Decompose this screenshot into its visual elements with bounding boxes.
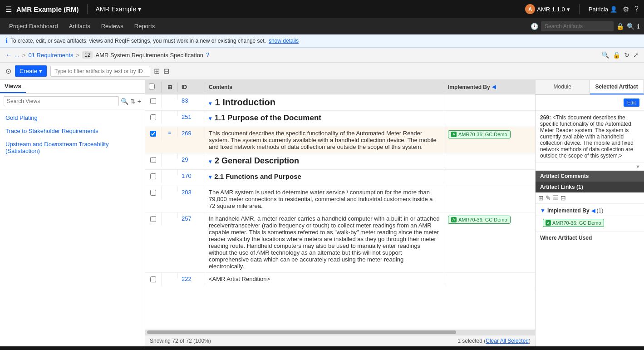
checkbox-257[interactable] bbox=[150, 216, 156, 222]
row-actions-257 bbox=[162, 212, 178, 218]
nav-project-dashboard[interactable]: Project Dashboard bbox=[5, 19, 63, 33]
breadcrumb-help[interactable]: ? bbox=[206, 52, 209, 58]
checkbox-170[interactable] bbox=[150, 173, 156, 179]
create-button[interactable]: Create ▾ bbox=[15, 65, 47, 77]
search-views-input[interactable] bbox=[4, 96, 119, 106]
help-icon[interactable]: ? bbox=[634, 5, 639, 13]
collapse-arrow-251[interactable]: ▾ bbox=[209, 115, 211, 122]
views-tab[interactable]: Views bbox=[0, 80, 26, 93]
horizontal-scrollbar[interactable] bbox=[145, 330, 535, 335]
row-check-257 bbox=[145, 212, 162, 226]
add-view-icon[interactable]: + bbox=[138, 98, 141, 105]
artifact-id-link-170[interactable]: 170 bbox=[182, 173, 192, 179]
sort-views-icon[interactable]: ⇅ bbox=[130, 98, 136, 105]
th-implemented-by[interactable]: Implemented By ◀ bbox=[444, 82, 535, 92]
nav-reports[interactable]: Reports bbox=[130, 19, 160, 33]
app-title: AMR Example (RM) bbox=[16, 5, 79, 13]
checkbox-269[interactable] bbox=[150, 131, 156, 137]
info-bar: ℹ To create, edit, or save artifacts, vi… bbox=[0, 35, 644, 48]
history-icon[interactable]: 🕐 bbox=[531, 23, 538, 30]
checkbox-29[interactable] bbox=[150, 157, 156, 163]
row-content-269: This document describes the specific fun… bbox=[205, 127, 444, 153]
columns-icon[interactable]: ⊞ bbox=[154, 67, 160, 75]
breadcrumb-parent[interactable]: 01 Requirements bbox=[28, 52, 73, 59]
row-id-269: 269 bbox=[178, 127, 205, 139]
nav-reviews[interactable]: Reviews bbox=[97, 19, 128, 33]
module-icon[interactable]: ⊙ bbox=[5, 67, 11, 75]
checkbox-203[interactable] bbox=[150, 190, 156, 196]
link-filter-icon[interactable]: ⊟ bbox=[560, 194, 566, 202]
collapse-arrow-170[interactable]: ▾ bbox=[209, 174, 211, 180]
filter-input[interactable] bbox=[50, 66, 150, 77]
view-item-gold-plating[interactable]: Gold Plating bbox=[0, 111, 145, 124]
edit-button[interactable]: Edit bbox=[624, 99, 639, 107]
artifact-id-link-29[interactable]: 29 bbox=[182, 156, 188, 163]
impl-badge-269[interactable]: A AMR70-36: GC Demo bbox=[448, 130, 511, 138]
filter-settings-icon[interactable]: ⊟ bbox=[163, 67, 169, 75]
selected-count: 1 selected (Clear All Selected) bbox=[457, 338, 531, 344]
artifact-id-link-251[interactable]: 251 bbox=[182, 113, 192, 120]
scrollbar-thumb bbox=[147, 330, 456, 334]
menu-icon[interactable]: ☰ bbox=[5, 5, 12, 14]
row-impl-83 bbox=[444, 94, 535, 100]
artifact-id-link-269[interactable]: 269 bbox=[182, 130, 192, 137]
collapse-arrow-29[interactable]: ▾ bbox=[209, 158, 211, 165]
nav-bar: Project Dashboard Artifacts Reviews Repo… bbox=[0, 18, 644, 35]
search-bc-icon[interactable]: 🔍 bbox=[601, 51, 609, 59]
artifact-id-link-83[interactable]: 83 bbox=[182, 97, 188, 104]
impl-badge-icon-269: A bbox=[451, 132, 457, 137]
row-actions-269: ≡ bbox=[162, 127, 178, 137]
impl-link-badge[interactable]: A AMR70-36: GC Demo bbox=[543, 219, 604, 227]
search-submit-icon[interactable]: 🔍 bbox=[627, 23, 634, 30]
search-views-icon[interactable]: 🔍 bbox=[121, 98, 128, 105]
checkbox-251[interactable] bbox=[150, 114, 156, 120]
show-details-link[interactable]: show details bbox=[269, 38, 299, 44]
search-area: 🕐 🔒 🔍 ℹ bbox=[531, 21, 639, 31]
view-item-trace[interactable]: Trace to Stakeholder Requirements bbox=[0, 124, 145, 138]
link-grid-icon[interactable]: ⊞ bbox=[538, 194, 544, 202]
project-name[interactable]: AMR Example ▾ bbox=[96, 5, 141, 13]
artifact-id-link-257[interactable]: 257 bbox=[182, 215, 192, 222]
impl-badge-257[interactable]: A AMR70-36: GC Demo bbox=[448, 216, 511, 224]
right-panel-tabs: Module Selected Artifact bbox=[536, 80, 644, 95]
tab-module[interactable]: Module bbox=[536, 80, 590, 94]
bottom-bar: IBM. jazz bbox=[0, 346, 644, 350]
info-icon: ℹ bbox=[5, 37, 8, 44]
refresh-bc-icon[interactable]: ↻ bbox=[624, 51, 629, 59]
artifact-id-link-222[interactable]: 222 bbox=[182, 276, 192, 282]
settings-icon[interactable]: ⚙ bbox=[623, 5, 629, 14]
views-list: Gold Plating Trace to Stakeholder Requir… bbox=[0, 109, 145, 159]
actions-header-icon[interactable]: ⊞ bbox=[167, 84, 172, 90]
expand-bc-icon[interactable]: ⤢ bbox=[633, 51, 639, 59]
heading-2-1-functions: ▾ 2.1 Functions and Purpose bbox=[209, 171, 301, 182]
collapse-arrow-83[interactable]: ▾ bbox=[209, 100, 211, 107]
amr-version[interactable]: A AMR 1.1.0 ▾ bbox=[525, 4, 570, 14]
nav-artifacts[interactable]: Artifacts bbox=[64, 19, 95, 33]
clear-all-link[interactable]: Clear All Selected bbox=[486, 338, 529, 344]
row-impl-170 bbox=[444, 170, 535, 175]
lock-bc-icon[interactable]: 🔒 bbox=[613, 51, 620, 59]
artifact-links-section[interactable]: Artifact Links (1) bbox=[536, 182, 644, 192]
top-right-area: A AMR 1.1.0 ▾ Patricia 👤 ⚙ ? bbox=[525, 4, 639, 14]
impl-link-badge-icon: A bbox=[546, 220, 551, 226]
back-button[interactable]: ← bbox=[5, 51, 12, 59]
user-info[interactable]: Patricia 👤 bbox=[589, 6, 617, 13]
checkbox-222[interactable] bbox=[150, 276, 156, 282]
breadcrumb: ← ... > 01 Requirements > 12 AMR System … bbox=[0, 48, 644, 63]
artifact-comments-section[interactable]: Artifact Comments bbox=[536, 171, 644, 182]
main-layout: Views 🔍 ⇅ + Gold Plating Trace to Stakeh… bbox=[0, 80, 644, 346]
breadcrumb-ellipsis[interactable]: ... bbox=[15, 52, 20, 59]
link-list-icon[interactable]: ☰ bbox=[553, 194, 559, 202]
row-impl-203 bbox=[444, 186, 535, 192]
row-id-29: 29 bbox=[178, 153, 205, 166]
artifact-id-link-203[interactable]: 203 bbox=[182, 189, 192, 196]
search-artifacts-input[interactable] bbox=[541, 21, 614, 31]
checkbox-83[interactable] bbox=[150, 98, 156, 104]
select-all-checkbox[interactable] bbox=[149, 84, 155, 89]
implemented-by-header[interactable]: ▼ Implemented By ◀ (1) bbox=[536, 206, 644, 216]
tab-selected-artifact[interactable]: Selected Artifact bbox=[590, 80, 644, 94]
view-item-upstream[interactable]: Upstream and Downstream Traceability (Sa… bbox=[0, 138, 145, 158]
row-type-icon-269: ≡ bbox=[168, 130, 171, 135]
link-edit-icon[interactable]: ✎ bbox=[546, 194, 551, 202]
table-body: 83 ▾ 1 Introduction 251 ▾ 1.1 Pur bbox=[145, 94, 535, 330]
